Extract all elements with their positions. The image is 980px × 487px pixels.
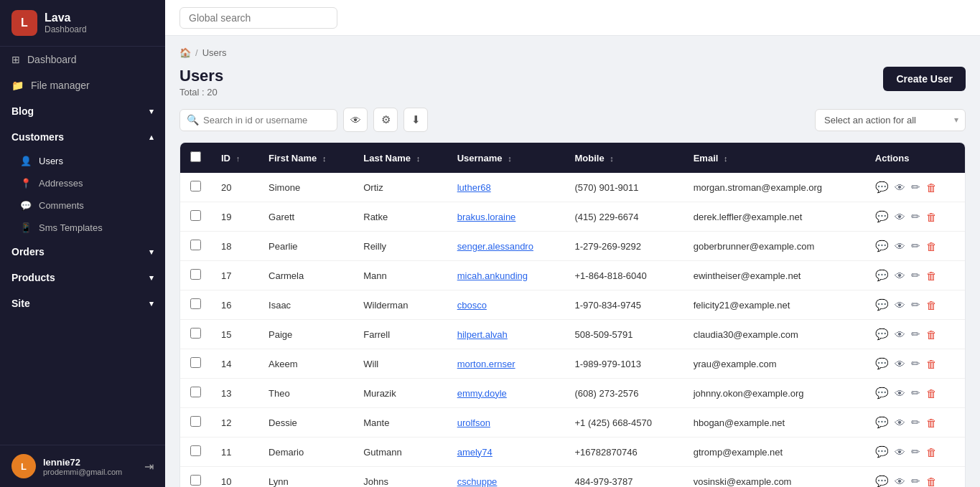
edit-icon[interactable]: ✏ — [911, 357, 920, 370]
col-email[interactable]: Email ↕ — [683, 143, 865, 173]
create-user-button[interactable]: Create User — [883, 67, 966, 91]
row-checkbox-cell — [180, 173, 211, 202]
username-link[interactable]: amely74 — [457, 447, 493, 458]
sidebar-item-sms-templates[interactable]: 📱 Sms Templates — [0, 217, 165, 239]
app-subtitle: Dashboard — [45, 24, 87, 34]
delete-icon[interactable]: 🗑 — [926, 211, 937, 223]
sidebar-section-blog[interactable]: Blog ▾ — [0, 98, 165, 124]
global-search-input[interactable]: Global search — [179, 7, 337, 29]
col-id[interactable]: ID ↑ — [211, 143, 258, 173]
bulk-action-select[interactable]: Select an action for allDelete selectedE… — [815, 109, 966, 131]
logout-icon[interactable]: ⇥ — [144, 460, 154, 473]
username-link[interactable]: luther68 — [457, 182, 491, 193]
table-row: 11 Demario Gutmann amely74 +16782870746 … — [180, 438, 965, 467]
row-checkbox[interactable] — [190, 387, 201, 397]
row-checkbox[interactable] — [190, 240, 201, 250]
row-checkbox[interactable] — [190, 181, 201, 192]
delete-icon[interactable]: 🗑 — [926, 476, 937, 488]
select-all-header — [180, 143, 211, 173]
delete-icon[interactable]: 🗑 — [926, 240, 937, 252]
edit-icon[interactable]: ✏ — [911, 269, 920, 282]
col-last-name[interactable]: Last Name ↕ — [353, 143, 447, 173]
message-icon[interactable]: 💬 — [875, 416, 889, 429]
message-icon[interactable]: 💬 — [875, 298, 889, 311]
edit-icon[interactable]: ✏ — [911, 328, 920, 341]
edit-icon[interactable]: ✏ — [911, 416, 920, 429]
row-mobile: (608) 273-2576 — [565, 379, 683, 408]
delete-icon[interactable]: 🗑 — [926, 358, 937, 370]
select-all-checkbox[interactable] — [190, 151, 201, 162]
sidebar-item-file-manager[interactable]: 📁 File manager — [0, 72, 165, 98]
message-icon[interactable]: 💬 — [875, 210, 889, 223]
filter-button[interactable]: ⚙ — [373, 108, 398, 132]
username-link[interactable]: senger.alessandro — [457, 241, 533, 252]
sidebar-section-customers[interactable]: Customers ▴ — [0, 124, 165, 150]
view-icon[interactable]: 👁 — [895, 211, 905, 223]
username-link[interactable]: morton.ernser — [457, 359, 515, 369]
download-button[interactable]: ⬇ — [403, 108, 428, 132]
row-checkbox[interactable] — [190, 298, 201, 309]
row-username: hilpert.alvah — [447, 320, 565, 349]
edit-icon[interactable]: ✏ — [911, 298, 920, 311]
message-icon[interactable]: 💬 — [875, 357, 889, 370]
message-icon[interactable]: 💬 — [875, 328, 889, 341]
row-checkbox[interactable] — [190, 269, 201, 280]
col-mobile[interactable]: Mobile ↕ — [565, 143, 683, 173]
edit-icon[interactable]: ✏ — [911, 445, 920, 458]
edit-icon[interactable]: ✏ — [911, 475, 920, 487]
row-checkbox[interactable] — [190, 357, 201, 368]
username-link[interactable]: emmy.doyle — [457, 388, 507, 399]
view-icon[interactable]: 👁 — [895, 387, 905, 399]
edit-icon[interactable]: ✏ — [911, 240, 920, 252]
view-icon[interactable]: 👁 — [895, 299, 905, 311]
delete-icon[interactable]: 🗑 — [926, 387, 937, 399]
username-link[interactable]: cschuppe — [457, 476, 498, 487]
username-link[interactable]: urolfson — [457, 417, 490, 428]
view-icon[interactable]: 👁 — [895, 446, 905, 458]
delete-icon[interactable]: 🗑 — [926, 299, 937, 311]
home-icon[interactable]: 🏠 — [179, 47, 191, 58]
message-icon[interactable]: 💬 — [875, 181, 889, 194]
sidebar-section-products[interactable]: Products ▾ — [0, 265, 165, 290]
sidebar-item-addresses[interactable]: 📍 Addresses — [0, 172, 165, 194]
sidebar-item-comments[interactable]: 💬 Comments — [0, 194, 165, 217]
sidebar-item-users[interactable]: 👤 Users — [0, 150, 165, 172]
view-icon[interactable]: 👁 — [895, 417, 905, 429]
row-checkbox[interactable] — [190, 475, 201, 486]
view-icon[interactable]: 👁 — [895, 181, 905, 194]
sidebar-section-site[interactable]: Site ▾ — [0, 290, 165, 316]
edit-icon[interactable]: ✏ — [911, 387, 920, 399]
message-icon[interactable]: 💬 — [875, 240, 889, 252]
delete-icon[interactable]: 🗑 — [926, 328, 937, 341]
delete-icon[interactable]: 🗑 — [926, 181, 937, 194]
row-checkbox[interactable] — [190, 210, 201, 221]
username-link[interactable]: cbosco — [457, 300, 487, 311]
edit-icon[interactable]: ✏ — [911, 181, 920, 194]
delete-icon[interactable]: 🗑 — [926, 270, 937, 282]
user-search-input[interactable] — [179, 109, 337, 131]
view-icon[interactable]: 👁 — [895, 270, 905, 282]
col-first-name[interactable]: First Name ↕ — [258, 143, 353, 173]
username-link[interactable]: hilpert.alvah — [457, 329, 508, 340]
message-icon[interactable]: 💬 — [875, 475, 889, 487]
username-link[interactable]: micah.ankunding — [457, 270, 528, 281]
eye-filter-button[interactable]: 👁 — [343, 108, 368, 132]
delete-icon[interactable]: 🗑 — [926, 446, 937, 458]
view-icon[interactable]: 👁 — [895, 358, 905, 370]
row-checkbox[interactable] — [190, 445, 201, 456]
edit-icon[interactable]: ✏ — [911, 210, 920, 223]
view-icon[interactable]: 👁 — [895, 240, 905, 252]
message-icon[interactable]: 💬 — [875, 387, 889, 399]
message-icon[interactable]: 💬 — [875, 269, 889, 282]
view-icon[interactable]: 👁 — [895, 476, 905, 488]
row-checkbox[interactable] — [190, 416, 201, 427]
sidebar-item-dashboard[interactable]: ⊞ Dashboard — [0, 47, 165, 72]
col-username[interactable]: Username ↕ — [447, 143, 565, 173]
view-icon[interactable]: 👁 — [895, 328, 905, 341]
sidebar-section-orders[interactable]: Orders ▾ — [0, 239, 165, 265]
row-checkbox[interactable] — [190, 328, 201, 339]
download-icon: ⬇ — [411, 113, 421, 126]
delete-icon[interactable]: 🗑 — [926, 417, 937, 429]
username-link[interactable]: brakus.loraine — [457, 212, 516, 222]
message-icon[interactable]: 💬 — [875, 445, 889, 458]
